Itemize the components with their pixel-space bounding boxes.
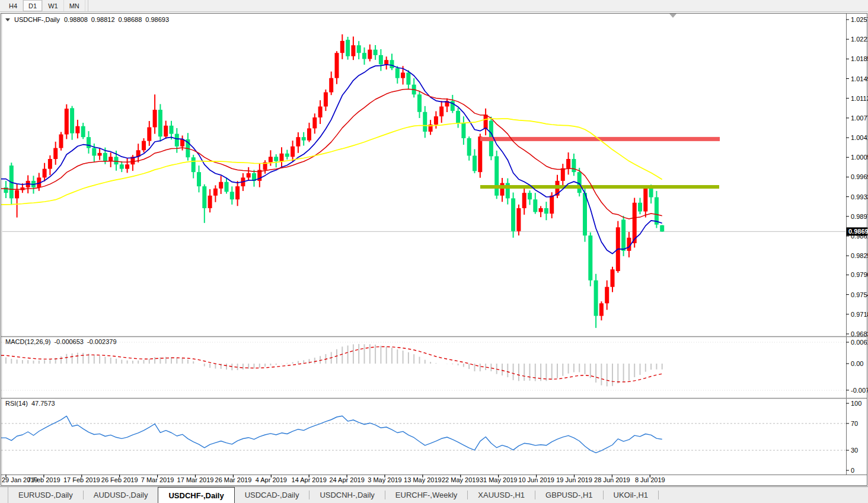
svg-text:1.01850: 1.01850 [851, 55, 868, 62]
svg-text:7 Mar 2019: 7 Mar 2019 [141, 476, 174, 483]
svg-text:30: 30 [851, 447, 858, 454]
svg-text:1.01490: 1.01490 [851, 75, 868, 82]
tab-usdcad-daily[interactable]: USDCAD-,Daily [235, 487, 309, 503]
svg-text:0.97180: 0.97180 [851, 311, 868, 318]
rsi-name: RSI(14) [5, 400, 28, 407]
svg-text:1.01130: 1.01130 [851, 95, 868, 102]
high-value: 0.98812 [91, 16, 115, 23]
tab-eurchf-weekly[interactable]: EURCHF-,Weekly [385, 487, 468, 503]
svg-text:1.00770: 1.00770 [851, 114, 868, 122]
svg-text:13 May 2019: 13 May 2019 [404, 476, 442, 483]
svg-text:17 Mar 2019: 17 Mar 2019 [177, 476, 214, 483]
svg-text:26 Mar 2019: 26 Mar 2019 [215, 476, 252, 483]
timeframe-h4-button[interactable]: H4 [4, 0, 23, 11]
svg-text:0.00613: 0.00613 [851, 339, 868, 346]
timeframe-d1-button[interactable]: D1 [23, 0, 43, 11]
timeframe-w1-button[interactable]: W1 [43, 0, 64, 11]
tab-eurusd-daily[interactable]: EURUSD-,Daily [8, 487, 83, 503]
macd-main-value: -0.000653 [54, 338, 84, 345]
svg-text:100: 100 [851, 400, 861, 407]
svg-text:3 May 2019: 3 May 2019 [368, 476, 401, 483]
toolbar-separator [88, 0, 88, 11]
rsi-panel-label: RSI(14) 47.7573 [5, 400, 55, 407]
macd-name: MACD(12,26,9) [5, 338, 50, 345]
rsi-value: 47.7573 [31, 400, 55, 407]
close-value: 0.98693 [145, 16, 169, 23]
timeframe-toolbar: H4 D1 W1 MN [0, 0, 868, 12]
svg-text:1.02210: 1.02210 [851, 36, 868, 43]
svg-text:0.96820: 0.96820 [851, 330, 868, 338]
svg-text:0.98250: 0.98250 [851, 252, 868, 259]
tab-usdchf-daily[interactable]: USDCHF-,Daily [158, 487, 234, 503]
svg-text:0.99330: 0.99330 [851, 193, 868, 200]
svg-text:0.98693: 0.98693 [848, 228, 868, 235]
svg-text:10 Jun 2019: 10 Jun 2019 [518, 476, 554, 483]
ohlc-readout: 0.988080.988120.986880.98693 [64, 16, 169, 23]
tabbar-stub [0, 487, 8, 503]
svg-text:0.99690: 0.99690 [851, 173, 868, 180]
svg-text:28 Jun 2019: 28 Jun 2019 [594, 476, 630, 483]
svg-text:0: 0 [851, 467, 854, 474]
symbol-tabbar: EURUSD-,Daily AUDUSD-,Daily USDCHF-,Dail… [0, 486, 868, 503]
trading-terminal: { "toolbar": { "timeframes": [ {"label":… [0, 0, 868, 503]
svg-text:0.97900: 0.97900 [851, 271, 868, 278]
svg-text:17 Feb 2019: 17 Feb 2019 [63, 476, 100, 483]
svg-text:7 Feb 2019: 7 Feb 2019 [27, 476, 60, 483]
low-value: 0.98688 [119, 16, 142, 23]
tab-divider [658, 491, 659, 499]
svg-text:4 Apr 2019: 4 Apr 2019 [256, 476, 287, 483]
tab-audusd-daily[interactable]: AUDUSD-,Daily [84, 487, 158, 503]
svg-text:1.00050: 1.00050 [851, 154, 868, 161]
svg-text:22 May 2019: 22 May 2019 [442, 476, 480, 483]
chevron-down-icon[interactable] [5, 18, 10, 21]
macd-panel-label: MACD(12,26,9) -0.000653 -0.002379 [5, 338, 117, 345]
chart-canvas[interactable]: 1.025701.022101.018501.014901.011301.007… [0, 0, 868, 503]
symbol-label: USDCHF-,Daily [14, 16, 60, 23]
svg-text:31 May 2019: 31 May 2019 [480, 476, 518, 483]
svg-text:1.00410: 1.00410 [851, 134, 868, 141]
svg-text:26 Feb 2019: 26 Feb 2019 [101, 476, 138, 483]
svg-text:8 Jul 2019: 8 Jul 2019 [635, 476, 665, 483]
tab-ukoil-h1[interactable]: UKOil-,H1 [604, 487, 659, 503]
tab-gbpusd-h1[interactable]: GBPUSD-,H1 [535, 487, 602, 503]
svg-text:0.98970: 0.98970 [851, 213, 868, 220]
svg-text:70: 70 [851, 420, 858, 427]
timeframe-mn-button[interactable]: MN [64, 0, 85, 11]
svg-text:24 Apr 2019: 24 Apr 2019 [329, 476, 364, 483]
svg-text:0.97540: 0.97540 [851, 291, 868, 298]
svg-text:19 Jun 2019: 19 Jun 2019 [556, 476, 592, 483]
tab-usdcnh-daily[interactable]: USDCNH-,Daily [309, 487, 384, 503]
open-value: 0.98808 [64, 16, 88, 23]
svg-text:0.00: 0.00 [851, 360, 863, 367]
svg-text:14 Apr 2019: 14 Apr 2019 [292, 476, 327, 483]
svg-text:1.02570: 1.02570 [851, 16, 868, 23]
tab-xauusd-h1[interactable]: XAUUSD-,H1 [468, 487, 535, 503]
chart-title: USDCHF-,Daily 0.988080.988120.986880.986… [5, 16, 169, 23]
svg-text:-0.007612: -0.007612 [851, 387, 868, 394]
macd-signal-value: -0.002379 [87, 338, 117, 345]
